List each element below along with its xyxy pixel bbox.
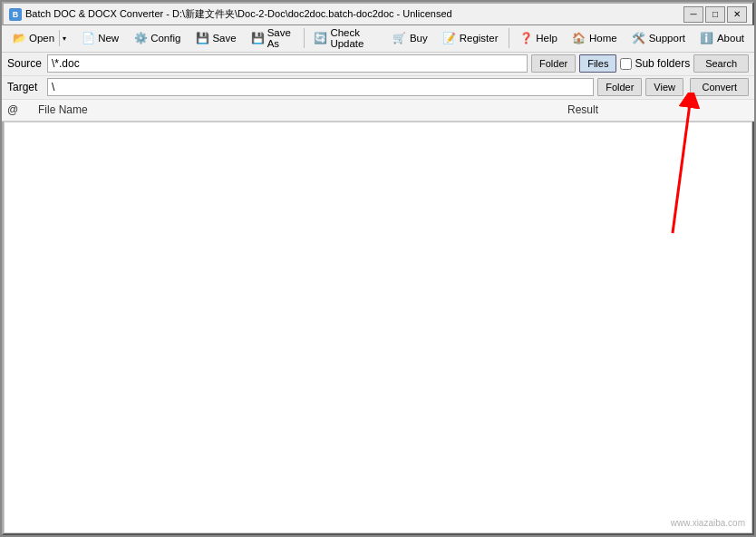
menu-separator-1 <box>304 28 305 48</box>
save-menu-button[interactable]: 💾 Save <box>189 27 242 49</box>
support-menu-button[interactable]: 🛠️ Support <box>625 27 692 49</box>
main-content <box>2 122 754 535</box>
check-update-label: Check Update <box>330 27 378 49</box>
buy-menu-button[interactable]: 🛒 Buy <box>386 27 434 49</box>
save-as-menu-button[interactable]: 💾 Save As <box>245 27 300 49</box>
about-label: About <box>717 33 744 44</box>
register-menu-button[interactable]: 📝 Register <box>436 27 505 49</box>
window-title: Batch DOC & DOCX Converter - D:\新建文件夹\Do… <box>25 7 452 21</box>
col-header-result: Result <box>567 103 749 116</box>
close-button[interactable]: ✕ <box>727 6 747 23</box>
main-window: B Batch DOC & DOCX Converter - D:\新建文件夹\… <box>0 0 756 537</box>
home-label: Home <box>589 33 617 44</box>
register-label: Register <box>460 33 499 44</box>
config-label: Config <box>150 33 180 44</box>
config-icon: ⚙️ <box>133 31 148 45</box>
title-bar-controls: ─ □ ✕ <box>683 6 747 23</box>
new-icon: 📄 <box>81 31 95 45</box>
minimize-button[interactable]: ─ <box>683 6 703 23</box>
search-button[interactable]: Search <box>693 54 749 73</box>
file-list-header: @ File Name Result <box>2 100 754 122</box>
menu-bar: 📂 Open ▾ 📄 New ⚙️ Config 💾 Save 💾 Save A… <box>2 25 754 53</box>
open-icon: 📂 <box>12 31 26 45</box>
config-menu-button[interactable]: ⚙️ Config <box>127 27 187 49</box>
subfolders-label: Sub folders <box>620 57 690 70</box>
source-files-button[interactable]: Files <box>579 54 616 73</box>
source-label: Source <box>7 57 44 70</box>
save-as-label: Save As <box>267 27 294 49</box>
maximize-button[interactable]: □ <box>705 6 725 23</box>
buy-label: Buy <box>410 33 428 44</box>
col-header-at: @ <box>7 103 25 116</box>
source-input[interactable] <box>47 54 528 73</box>
help-icon: ❓ <box>519 31 533 45</box>
help-label: Help <box>536 33 557 44</box>
home-menu-button[interactable]: 🏠 Home <box>566 27 624 49</box>
title-bar: B Batch DOC & DOCX Converter - D:\新建文件夹\… <box>2 2 754 25</box>
open-dropdown-arrow[interactable]: ▾ <box>59 30 66 46</box>
check-update-menu-button[interactable]: 🔄 Check Update <box>307 27 384 49</box>
target-folder-button[interactable]: Folder <box>597 78 642 96</box>
support-label: Support <box>649 33 685 44</box>
menu-separator-2 <box>509 28 509 48</box>
target-view-button[interactable]: View <box>645 78 683 96</box>
app-icon: B <box>9 8 22 21</box>
target-row: Target Folder View Convert <box>2 76 754 100</box>
source-folder-button[interactable]: Folder <box>531 54 576 73</box>
target-label: Target <box>7 81 44 93</box>
save-label: Save <box>212 33 236 44</box>
save-icon: 💾 <box>195 31 209 45</box>
save-as-icon: 💾 <box>251 31 265 45</box>
subfolders-checkbox[interactable] <box>620 58 632 70</box>
home-icon: 🏠 <box>572 31 586 45</box>
about-icon: ℹ️ <box>700 31 714 45</box>
convert-button[interactable]: Convert <box>690 78 749 96</box>
target-input[interactable] <box>47 78 594 96</box>
new-label: New <box>98 33 119 44</box>
open-menu-button[interactable]: 📂 Open ▾ <box>5 27 73 49</box>
help-menu-button[interactable]: ❓ Help <box>512 27 564 49</box>
check-update-icon: 🔄 <box>314 31 327 45</box>
source-row: Source Folder Files Sub folders Search <box>2 53 754 76</box>
col-header-name: File Name <box>38 103 567 116</box>
support-icon: 🛠️ <box>632 31 646 45</box>
open-label: Open <box>29 33 54 44</box>
about-menu-button[interactable]: ℹ️ About <box>693 27 751 49</box>
file-list-body[interactable] <box>4 122 752 533</box>
buy-icon: 🛒 <box>393 31 407 45</box>
new-menu-button[interactable]: 📄 New <box>74 27 125 49</box>
register-icon: 📝 <box>442 31 457 45</box>
title-bar-left: B Batch DOC & DOCX Converter - D:\新建文件夹\… <box>9 7 452 21</box>
